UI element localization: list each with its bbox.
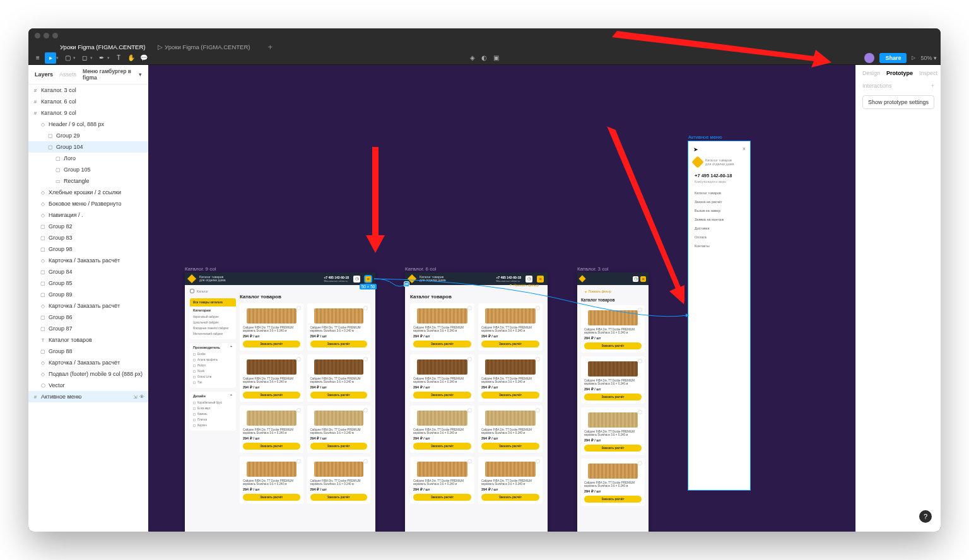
frame-label[interactable]: Активное меню	[688, 134, 722, 140]
product-card[interactable]: Сайдинг FiBA Div, TT Docke PREMIUM карам…	[478, 457, 543, 504]
page-dropdown[interactable]: Меню гамбургер в figma ▾	[83, 68, 142, 81]
menu-item[interactable]: Контакты	[695, 242, 744, 250]
sidebar-item[interactable]: Все товары каталога	[190, 298, 236, 306]
favorite-icon[interactable]	[536, 459, 540, 464]
order-button[interactable]: Заказать расчёт	[481, 341, 539, 347]
traffic-max[interactable]	[52, 33, 58, 38]
order-button[interactable]: Заказать расчёт	[310, 443, 368, 450]
product-card[interactable]: Сайдинг FiBA Div, TT Docke PREMIUM карам…	[581, 356, 645, 404]
sidebar-item[interactable]: Цокольный сайдинг	[193, 320, 233, 325]
order-button[interactable]: Заказать расчёт	[310, 341, 368, 347]
menu-item[interactable]: Заказа на расчёт	[695, 197, 744, 206]
menu-item[interactable]: Доставка	[695, 224, 744, 233]
order-button[interactable]: Заказать расчёт	[413, 494, 471, 501]
favorite-icon[interactable]	[467, 408, 472, 412]
frame-tool[interactable]: ▢	[62, 52, 73, 64]
sidebar-item[interactable]: Металический сайдинг	[193, 331, 233, 337]
product-card[interactable]: Сайдинг FiBA Div, TT Docke PREMIUM карам…	[410, 457, 474, 504]
order-button[interactable]: Заказать расчёт	[584, 496, 642, 503]
layer-row[interactable]: ⬡Vector	[28, 380, 148, 391]
favorite-icon[interactable]	[297, 408, 301, 412]
product-card[interactable]: Сайдинг FiBA Div, TT Docke PREMIUM карам…	[240, 354, 303, 402]
sidebar-item[interactable]: Docke	[193, 351, 233, 357]
favorite-icon[interactable]	[297, 357, 301, 361]
layer-row[interactable]: ▢Group 104	[28, 141, 148, 153]
component-icon[interactable]: ◈	[470, 54, 475, 61]
move-tool[interactable]: ▸	[45, 52, 56, 64]
share-button[interactable]: Share	[879, 53, 907, 63]
layer-row[interactable]: ▢Group 87	[28, 323, 148, 334]
layer-row[interactable]: TКаталог товаров	[28, 334, 148, 346]
tab-design[interactable]: Design	[862, 70, 880, 76]
order-button[interactable]: Заказать расчёт	[413, 392, 471, 399]
layer-row[interactable]: ◇Навигация / .	[28, 209, 148, 221]
layer-row[interactable]: ▢Лого	[28, 153, 148, 164]
layer-row[interactable]: ◇Подвал (footer) mobile 9 col (888 px)	[28, 368, 148, 380]
artboard-9col[interactable]: Каталог товаров для отделки дома +7 495 …	[185, 272, 375, 532]
favorite-icon[interactable]	[536, 357, 540, 361]
layer-row[interactable]: ▭Rectangle	[28, 175, 148, 187]
show-prototype-settings-button[interactable]: Show prototype settings	[862, 95, 934, 109]
menu-icon[interactable]: ≡	[32, 52, 44, 64]
add-interaction-icon[interactable]: +	[931, 83, 934, 89]
comment-tool[interactable]: 💬	[138, 52, 150, 64]
favorite-icon[interactable]	[467, 459, 472, 464]
favorite-icon[interactable]	[638, 359, 642, 363]
traffic-close[interactable]	[35, 33, 40, 38]
boolean-icon[interactable]: ▣	[493, 54, 499, 61]
layer-row[interactable]: ◇Header / 9 col, 888 px	[28, 119, 148, 130]
shape-tool[interactable]: ◻	[79, 52, 90, 64]
tab-add[interactable]: +	[267, 42, 273, 52]
sidebar-item[interactable]: Grand Line	[193, 374, 233, 380]
avatar[interactable]	[864, 53, 874, 63]
mask-icon[interactable]: ◐	[481, 54, 487, 61]
order-button[interactable]: Заказать расчёт	[481, 392, 539, 399]
product-card[interactable]: Сайдинг FiBA Div, TT Docke PREMIUM карам…	[581, 458, 645, 506]
tab-inactive[interactable]: ▷ Уроки Figma (FIGMA.CENTER)	[158, 44, 250, 50]
lock-icon[interactable]: ⇲	[133, 394, 138, 400]
sidebar-item[interactable]: Фасадные панели/ сайдинг	[193, 325, 233, 331]
sidebar-item[interactable]: Holton	[193, 363, 233, 368]
layer-row[interactable]: ▢Group 105	[28, 164, 148, 175]
product-card[interactable]: Сайдинг FiBA Div, TT Docke PREMIUM карам…	[240, 457, 303, 504]
text-tool[interactable]: T	[113, 52, 124, 64]
order-button[interactable]: Заказать расчёт	[481, 443, 539, 450]
order-button[interactable]: Заказать расчёт	[243, 392, 300, 399]
favorite-icon[interactable]	[363, 306, 368, 310]
product-card[interactable]: Сайдинг FiBA Div, TT Docke PREMIUM карам…	[410, 354, 474, 402]
sidebar-item[interactable]: Тэп	[193, 380, 233, 385]
favorite-icon[interactable]	[297, 459, 301, 464]
sidebar-item[interactable]: Корабельный брус	[193, 400, 233, 405]
frame-label[interactable]: Каталог. 3 col	[577, 266, 608, 272]
product-card[interactable]: Сайдинг FiBA Div, TT Docke PREMIUM карам…	[478, 354, 543, 402]
layer-row[interactable]: ▢Group 86	[28, 312, 148, 323]
sidebar-item[interactable]: Акриловый сайдинг	[193, 314, 233, 320]
product-card[interactable]: Сайдинг FiBA Div, TT Docke PREMIUM карам…	[307, 354, 371, 402]
product-card[interactable]: Сайдинг FiBA Div, TT Docke PREMIUM карам…	[478, 405, 543, 453]
layer-row[interactable]: ◇Хлебные крошки / 2 ссылки	[28, 187, 148, 198]
favorite-icon[interactable]	[638, 410, 642, 414]
present-icon[interactable]: ▷	[912, 55, 915, 61]
layer-row[interactable]: ◇Карточка / Заказать расчёт	[28, 255, 148, 266]
zoom-dropdown[interactable]: 50% ▾	[920, 55, 937, 61]
layer-row[interactable]: ▢Group 82	[28, 221, 148, 232]
menu-item[interactable]: Каталог товаров	[695, 189, 744, 197]
layers-tab[interactable]: Layers	[35, 71, 53, 78]
sidebar-item[interactable]: Кирпич	[193, 423, 233, 428]
product-card[interactable]: Сайдинг FiBA Div, TT Docke PREMIUM карам…	[307, 405, 371, 453]
product-card[interactable]: Сайдинг FiBA Div, TT Docke PREMIUM карам…	[581, 407, 645, 455]
close-icon[interactable]: ×	[743, 146, 746, 152]
sidebar-item[interactable]: Елка верт.	[193, 405, 233, 411]
sidebar-item[interactable]: Novik	[193, 368, 233, 374]
favorite-icon[interactable]	[363, 357, 368, 361]
product-card[interactable]: Сайдинг FiBA Div, TT Docke PREMIUM карам…	[240, 405, 303, 453]
layer-row[interactable]: ◇Карточка / Заказать расчёт	[28, 357, 148, 368]
order-button[interactable]: Заказать расчёт	[310, 392, 368, 399]
sidebar-item[interactable]: Плитка	[193, 417, 233, 423]
favorite-icon[interactable]	[363, 459, 368, 464]
tab-prototype[interactable]: Prototype	[886, 70, 913, 76]
frame-label[interactable]: Каталог. 9 col	[185, 266, 216, 272]
favorite-icon[interactable]	[638, 461, 642, 465]
tab-inspect[interactable]: Inspect	[919, 70, 937, 76]
menu-item[interactable]: Оплата	[695, 233, 744, 242]
